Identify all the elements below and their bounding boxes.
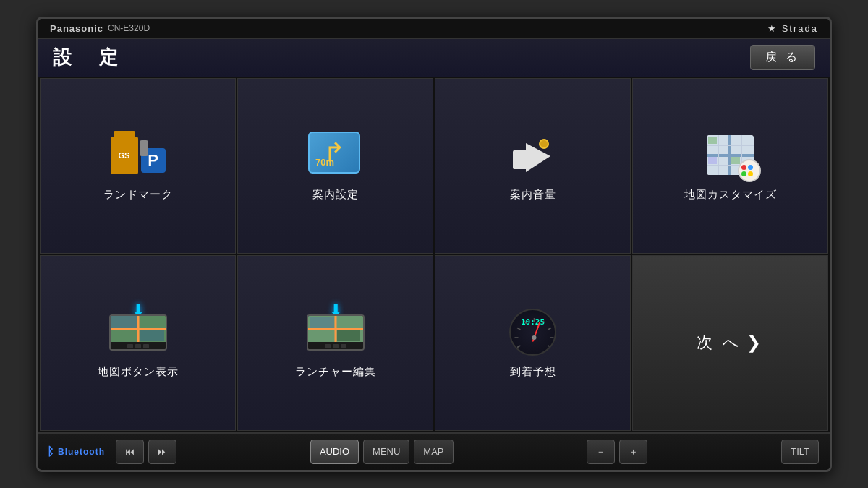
svg-line-22: [517, 328, 520, 330]
screen: 設 定 戻 る GS P: [38, 39, 830, 432]
grid-cell-landmark[interactable]: GS P ランドマーク: [40, 78, 236, 254]
map-customize-icon: [698, 130, 763, 181]
next-arrow-icon: ❯: [746, 333, 764, 353]
settings-grid: GS P ランドマーク ↱ 70m: [38, 77, 830, 432]
grid-cell-next[interactable]: 次 へ ❯: [632, 255, 828, 431]
svg-rect-14: [140, 330, 164, 341]
svg-point-30: [532, 335, 537, 340]
brand-area: Panasonic CN-E320D: [50, 23, 150, 34]
next-track-button[interactable]: ⏭: [148, 440, 176, 464]
landmark-icon: GS P: [106, 130, 171, 181]
arrival-icon: 10:25: [501, 307, 566, 358]
minus-button[interactable]: －: [587, 440, 615, 464]
next-label: 次 へ: [697, 332, 742, 354]
plus-button[interactable]: ＋: [619, 440, 647, 464]
prev-track-button[interactable]: ⏮: [116, 440, 144, 464]
svg-rect-18: [310, 317, 334, 328]
map-customize-label: 地図カスタマイズ: [684, 188, 777, 202]
svg-rect-8: [731, 157, 740, 164]
route-icon: ↱ 70m: [303, 130, 368, 181]
svg-line-25: [542, 321, 545, 324]
svg-line-23: [524, 321, 527, 324]
mapbtn-label: 地図ボタン表示: [98, 365, 179, 379]
audio-button[interactable]: AUDIO: [310, 440, 359, 464]
arrival-label: 到着予想: [510, 365, 556, 379]
svg-rect-19: [337, 330, 360, 341]
launcher-icon: ⬇: [303, 307, 368, 358]
grid-cell-mapbtn[interactable]: ⬇: [40, 255, 236, 431]
gas-station-icon: GS: [111, 137, 138, 174]
svg-line-20: [517, 346, 520, 348]
grid-cell-launcher[interactable]: ⬇: [237, 255, 433, 431]
back-button[interactable]: 戻 る: [750, 45, 815, 70]
svg-rect-9: [708, 157, 717, 164]
bluetooth-label: ᛒ Bluetooth: [47, 445, 105, 458]
landmark-label: ランドマーク: [103, 188, 173, 202]
page-title: 設 定: [53, 45, 122, 70]
model-name: CN-E320D: [108, 23, 150, 33]
mapbtn-icon: ⬇: [106, 307, 171, 358]
bottom-controls: ᛒ Bluetooth ⏮ ⏭ AUDIO MENU MAP － ＋ TILT: [38, 432, 830, 470]
volume-icon: [501, 130, 566, 181]
device: Panasonic CN-E320D ★ Strada 設 定 戻 る GS: [36, 17, 832, 472]
svg-line-28: [548, 346, 551, 348]
strada-logo: ★ Strada: [767, 23, 818, 34]
strada-logo-area: ★ Strada: [767, 22, 818, 35]
tilt-button[interactable]: TILT: [781, 440, 819, 464]
grid-cell-route[interactable]: ↱ 70m 案内設定: [237, 78, 433, 254]
grid-cell-map-customize[interactable]: 地図カスタマイズ: [632, 78, 828, 254]
bluetooth-icon: ᛒ: [47, 445, 55, 458]
svg-rect-7: [708, 137, 717, 144]
top-bar: Panasonic CN-E320D ★ Strada: [38, 19, 830, 39]
brand-name: Panasonic: [50, 23, 103, 34]
svg-rect-13: [111, 316, 137, 328]
grid-cell-arrival[interactable]: 10:25: [435, 255, 631, 431]
next-button-content: 次 へ ❯: [697, 332, 764, 354]
route-label: 案内設定: [312, 188, 359, 202]
menu-button[interactable]: MENU: [363, 440, 409, 464]
launcher-label: ランチャー編集: [295, 365, 376, 379]
map-button-ctrl[interactable]: MAP: [414, 440, 453, 464]
svg-line-26: [548, 328, 551, 330]
screen-header: 設 定 戻 る: [38, 39, 830, 77]
grid-cell-volume[interactable]: 案内音量: [435, 78, 631, 254]
volume-label: 案内音量: [510, 188, 556, 202]
